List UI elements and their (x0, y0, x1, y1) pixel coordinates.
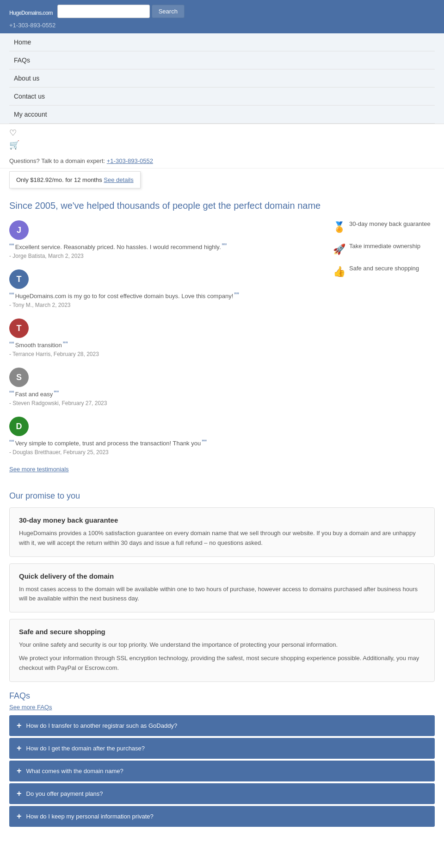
nav-item-home[interactable]: Home (9, 33, 435, 51)
promise-heading: Our promise to you (9, 491, 435, 501)
testimonial-1: J Excellent service. Reasonably priced. … (9, 220, 324, 259)
faq-question-5: How do I keep my personal information pr… (26, 813, 154, 820)
tooltip-link[interactable]: See details (104, 176, 133, 183)
promise-card-money-back: 30-day money back guarantee HugeDomains … (9, 507, 435, 557)
testimonial-author-3: - Terrance Harris, February 28, 2023 (9, 351, 324, 357)
faq-item-2[interactable]: + How do I get the domain after the purc… (9, 738, 435, 759)
nav-link-contact[interactable]: Contact us (9, 87, 435, 105)
money-back-icon: 🏅 (333, 221, 345, 233)
site-header: HugeDomains.com Search +1-303-893-0552 (0, 0, 444, 33)
tooltip-text: Only $182.92/mo. for 12 months (16, 176, 102, 183)
avatar-2: T (9, 269, 29, 289)
faq-question-2: How do I get the domain after the purcha… (26, 745, 145, 752)
avatar-3: T (9, 318, 29, 338)
main-content: Since 2005, we've helped thousands of pe… (0, 191, 444, 845)
testimonial-author-5: - Douglas Bretthauer, February 25, 2023 (9, 449, 324, 456)
promise-card-delivery: Quick delivery of the domain In most cas… (9, 563, 435, 613)
faq-plus-icon-4: + (17, 789, 22, 799)
promise-card-title-2: Quick delivery of the domain (19, 572, 425, 580)
content-area: 🏅 30-day money back guarantee 🚀 Take imm… (9, 220, 435, 482)
main-nav: Home FAQs About us Contact us My account (0, 33, 444, 124)
testimonial-text-1: Excellent service. Reasonably priced. No… (9, 243, 324, 251)
feature-ownership: 🚀 Take immediate ownership (333, 243, 435, 256)
ownership-icon: 🚀 (333, 244, 345, 256)
avatar-1: J (9, 220, 29, 240)
nav-link-about[interactable]: About us (9, 69, 435, 87)
promise-card-text-1: HugeDomains provides a 100% satisfaction… (19, 529, 425, 548)
wishlist-icon[interactable]: ♡ (9, 128, 435, 138)
feature-money-back-text: 30-day money back guarantee (349, 220, 431, 227)
faq-plus-icon-5: + (17, 812, 22, 821)
faqs-heading: FAQs (9, 691, 435, 701)
faqs-section: FAQs See more FAQs + How do I transfer t… (9, 691, 435, 827)
testimonial-text-5: Very simple to complete, trust and proce… (9, 439, 324, 447)
promise-card-para-3-1: Your online safety and security is our t… (19, 640, 425, 650)
search-input[interactable] (57, 5, 150, 18)
avatar-5: D (9, 417, 29, 436)
promise-card-text-2: In most cases access to the domain will … (19, 585, 425, 604)
since-heading: Since 2005, we've helped thousands of pe… (9, 200, 435, 211)
promise-card-secure: Safe and secure shopping Your online saf… (9, 619, 435, 681)
promise-section: Our promise to you 30-day money back gua… (9, 491, 435, 682)
testimonial-text-4: Fast and easy (9, 390, 324, 398)
testimonial-text-2: HugeDomains.com is my go to for cost eff… (9, 292, 324, 300)
logo-suffix: .com (42, 10, 53, 16)
faq-question-1: How do I transfer to another registrar s… (26, 722, 178, 729)
faq-item-4[interactable]: + Do you offer payment plans? (9, 783, 435, 804)
nav-item-about[interactable]: About us (9, 69, 435, 87)
testimonial-author-2: - Tony M., March 2, 2023 (9, 302, 324, 308)
search-button[interactable]: Search (152, 5, 185, 18)
faq-item-3[interactable]: + What comes with the domain name? (9, 761, 435, 781)
faq-plus-icon-2: + (17, 743, 22, 753)
tooltip-box: Only $182.92/mo. for 12 months See detai… (9, 171, 141, 188)
feature-money-back: 🏅 30-day money back guarantee (333, 220, 435, 233)
testimonial-3: T Smooth transition - Terrance Harris, F… (9, 318, 324, 357)
nav-item-contact[interactable]: Contact us (9, 87, 435, 106)
search-form: Search (57, 5, 185, 18)
testimonial-author-1: - Jorge Batista, March 2, 2023 (9, 253, 324, 259)
faq-question-3: What comes with the domain name? (26, 768, 123, 774)
see-more-testimonials-link[interactable]: See more testimonials (9, 466, 324, 473)
tooltip-container: Only $182.92/mo. for 12 months See detai… (0, 169, 444, 191)
header-phone: +1-303-893-0552 (9, 22, 435, 29)
promise-card-title-3: Safe and secure shopping (19, 628, 425, 636)
testimonial-5: D Very simple to complete, trust and pro… (9, 417, 324, 456)
faq-plus-icon-1: + (17, 721, 22, 731)
faq-plus-icon-3: + (17, 766, 22, 776)
nav-item-faqs[interactable]: FAQs (9, 51, 435, 69)
faq-item-5[interactable]: + How do I keep my personal information … (9, 806, 435, 827)
see-more-faqs-link[interactable]: See more FAQs (9, 704, 435, 711)
site-logo: HugeDomains.com (9, 6, 53, 18)
secure-icon: 👍 (333, 266, 345, 278)
questions-text: Questions? Talk to a domain expert: (9, 157, 105, 164)
testimonial-text-3: Smooth transition (9, 341, 324, 349)
features-col: 🏅 30-day money back guarantee 🚀 Take imm… (333, 220, 435, 287)
promise-card-para-3-2: We protect your information through SSL … (19, 654, 425, 673)
nav-list: Home FAQs About us Contact us My account (0, 33, 444, 124)
testimonial-author-4: - Steven Radgowski, February 27, 2023 (9, 400, 324, 406)
feature-secure: 👍 Safe and secure shopping (333, 265, 435, 278)
faq-item-1[interactable]: + How do I transfer to another registrar… (9, 715, 435, 736)
nav-link-home[interactable]: Home (9, 33, 435, 51)
testimonial-4: S Fast and easy - Steven Radgowski, Febr… (9, 368, 324, 406)
nav-link-account[interactable]: My account (9, 106, 435, 123)
questions-bar: Questions? Talk to a domain expert: +1-3… (0, 154, 444, 169)
feature-secure-text: Safe and secure shopping (349, 265, 419, 272)
testimonials-list: J Excellent service. Reasonably priced. … (9, 220, 324, 482)
nav-link-faqs[interactable]: FAQs (9, 51, 435, 69)
avatar-4: S (9, 368, 29, 387)
logo-text: HugeDomains (9, 10, 42, 16)
nav-item-account[interactable]: My account (9, 106, 435, 124)
faq-question-4: Do you offer payment plans? (26, 790, 103, 797)
questions-phone[interactable]: +1-303-893-0552 (107, 157, 153, 164)
promise-card-title-1: 30-day money back guarantee (19, 516, 425, 524)
feature-ownership-text: Take immediate ownership (349, 243, 420, 250)
testimonial-2: T HugeDomains.com is my go to for cost e… (9, 269, 324, 308)
cart-icon[interactable]: 🛒 (9, 140, 435, 150)
icon-row: ♡ 🛒 (0, 124, 444, 154)
